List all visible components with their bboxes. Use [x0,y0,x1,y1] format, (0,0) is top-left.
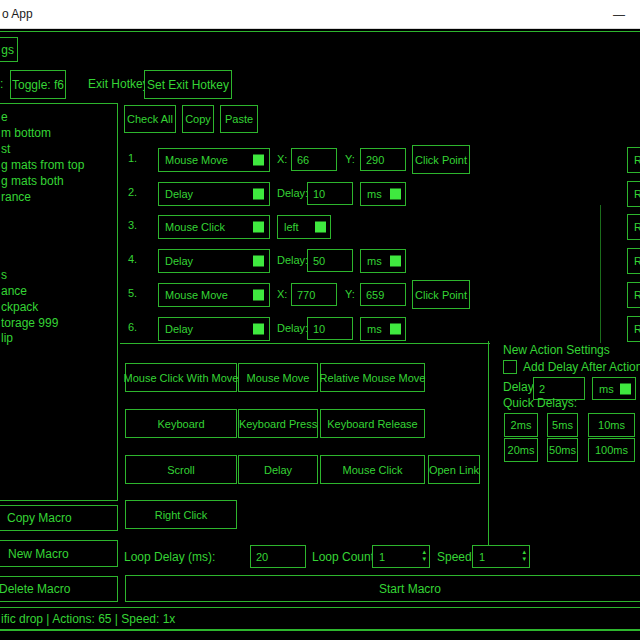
loop-count-value: 1 [373,551,385,563]
dropdown-indicator-icon [620,383,631,394]
set-exit-hotkey-button[interactable]: Set Exit Hotkey [144,70,232,99]
settings-panel-divider [488,341,489,546]
action-row-number: 5. [128,287,137,299]
add-mouse-click-button[interactable]: Mouse Click [320,455,425,484]
stepper-arrows-icon[interactable]: ▴▾ [422,548,426,562]
copy-actions-button[interactable]: Copy [182,105,214,133]
speed-value: 1 [473,551,485,563]
macro-list-item[interactable]: m bottom [1,126,51,141]
new-macro-button[interactable]: New Macro [0,540,118,567]
unit-dropdown[interactable]: ms [360,317,406,341]
action-type-dropdown[interactable]: Delay [158,317,270,341]
quick-delay-10ms-button[interactable]: 10ms [588,413,635,437]
new-action-delay-label: Delay: [503,380,537,394]
dropdown-indicator-icon [253,155,264,166]
add-open-link-button[interactable]: Open Link [428,455,480,484]
stepper-arrows-icon[interactable]: ▴▾ [522,548,526,562]
action-row-number: 2. [128,186,137,198]
macro-list-item[interactable]: ance [1,284,27,299]
x-label: X: [277,153,287,165]
status-bar-text: ific drop | Actions: 65 | Speed: 1x [1,612,175,626]
speed-stepper[interactable]: 1 ▴▾ [472,545,530,568]
action-type-value: Delay [159,323,193,335]
loop-count-stepper[interactable]: 1 ▴▾ [372,545,430,568]
macro-list-item[interactable]: st [1,142,10,157]
add-delay-after-action-checkbox[interactable] [503,360,517,374]
exit-hotkey-label: Exit Hotkey: [88,77,152,91]
action-type-dropdown[interactable]: Mouse Move [158,283,270,307]
x-input[interactable] [291,283,337,306]
copy-macro-button[interactable]: Copy Macro [0,505,118,531]
macro-list-item[interactable]: lip [1,331,13,346]
macro-list-item[interactable]: torage 999 [1,316,58,331]
y-input[interactable] [360,283,406,306]
macro-list-item[interactable]: g mats both [1,174,64,189]
y-input[interactable] [360,148,406,171]
quick-delay-50ms-button[interactable]: 50ms [547,438,578,462]
macro-list-item[interactable]: rance [1,190,31,205]
speed-label: Speed: [437,550,475,564]
title-bar: o App — [0,0,640,29]
delay-label: Delay: [277,254,308,266]
unit-dropdown[interactable]: ms [360,182,406,206]
action-list-scrollbar[interactable] [600,205,601,343]
start-macro-button[interactable]: Start Macro [125,575,640,602]
add-scroll-button[interactable]: Scroll [125,455,237,484]
macro-list-item[interactable]: e [1,110,8,125]
unit-dropdown[interactable]: ms [360,249,406,273]
add-delay-button[interactable]: Delay [238,455,318,484]
click-point-button[interactable]: Click Point [412,145,470,174]
action-type-dropdown[interactable]: Mouse Move [158,148,270,172]
quick-delays-label: Quick Delays: [503,396,577,410]
dropdown-indicator-icon [390,324,401,335]
remove-action-button[interactable]: R [627,248,640,274]
action-type-dropdown[interactable]: Delay [158,182,270,206]
add-mouse-click-with-move-button[interactable]: Mouse Click With Move [125,363,237,392]
paste-actions-button[interactable]: Paste [220,105,258,133]
loop-count-label: Loop Count: [312,550,377,564]
action-type-dropdown[interactable]: Delay [158,249,270,273]
macro-list-item[interactable]: s [1,268,7,283]
delay-input[interactable] [307,182,353,205]
add-keyboard-press-button[interactable]: Keyboard Press [238,409,318,438]
minimize-button[interactable]: — [598,0,640,29]
x-input[interactable] [291,148,337,171]
quick-delay-20ms-button[interactable]: 20ms [504,438,538,462]
delay-input[interactable] [307,249,353,272]
unit-value: ms [361,255,382,267]
quick-delay-100ms-button[interactable]: 100ms [588,438,635,462]
new-action-unit-dropdown[interactable]: ms [592,377,636,400]
remove-action-button[interactable]: R [627,147,640,173]
add-keyboard-release-button[interactable]: Keyboard Release [320,409,425,438]
macro-list-item[interactable]: ckpack [1,300,38,315]
loop-delay-label: Loop Delay (ms): [124,550,215,564]
action-type-value: Delay [159,255,193,267]
loop-delay-input[interactable] [250,545,306,568]
quick-delay-5ms-button[interactable]: 5ms [547,413,578,437]
mouse-button-value: left [278,221,299,233]
check-all-button[interactable]: Check All [124,105,176,133]
action-type-value: Mouse Click [159,221,225,233]
mouse-button-dropdown[interactable]: left [277,215,331,239]
action-row-number: 4. [128,253,137,265]
remove-action-button[interactable]: R [627,181,640,207]
add-delay-after-action-label: Add Delay After Action [523,360,640,374]
quick-delay-2ms-button[interactable]: 2ms [504,413,538,437]
action-type-dropdown[interactable]: Mouse Click [158,215,270,239]
click-point-button[interactable]: Click Point [412,280,470,309]
delete-macro-button[interactable]: Delete Macro [0,576,118,602]
remove-action-button[interactable]: R [627,316,640,342]
dropdown-indicator-icon [390,256,401,267]
macro-list-item[interactable]: g mats from top [1,158,84,173]
remove-action-button[interactable]: R [627,282,640,308]
action-row-number: 1. [128,152,137,164]
add-mouse-move-button[interactable]: Mouse Move [238,363,318,392]
tab-settings[interactable]: gs [0,37,18,62]
delay-input[interactable] [307,317,353,340]
add-keyboard-button[interactable]: Keyboard [125,409,237,438]
macro-app-window: o App — gs : Toggle: f6 Exit Hotkey: Set… [0,0,640,640]
remove-action-button[interactable]: R [627,214,640,240]
add-right-click-button[interactable]: Right Click [125,500,237,529]
add-relative-mouse-move-button[interactable]: Relative Mouse Move [320,363,425,392]
toggle-hotkey-button[interactable]: Toggle: f6 [10,70,66,99]
